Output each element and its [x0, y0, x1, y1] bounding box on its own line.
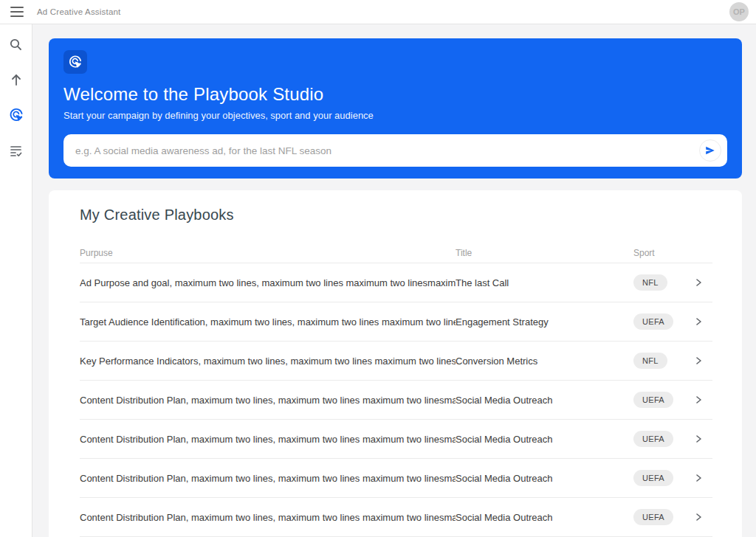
search-icon[interactable] — [4, 32, 29, 57]
welcome-banner: Welcome to the Playbook Studio Start you… — [49, 38, 742, 179]
chevron-right-icon[interactable] — [690, 353, 707, 369]
main-content: Welcome to the Playbook Studio Start you… — [32, 24, 756, 537]
campaign-prompt — [63, 134, 727, 167]
chevron-right-icon[interactable] — [690, 313, 707, 330]
chevron-right-icon[interactable] — [690, 431, 707, 447]
chevron-right-icon[interactable] — [690, 274, 707, 291]
table-row[interactable]: Content Distribution Plan, maximum two l… — [80, 420, 712, 459]
row-purpose: Ad Purpose and goal, maximum two lines, … — [80, 277, 456, 288]
row-title: Social Media Outreach — [456, 512, 633, 523]
row-title: Engagement Strategy — [456, 316, 633, 328]
row-title: The last Call — [456, 277, 633, 288]
send-button[interactable] — [699, 139, 721, 162]
sport-badge: NFL — [633, 353, 667, 369]
row-title: Social Media Outreach — [456, 395, 633, 406]
chevron-right-icon[interactable] — [690, 509, 707, 525]
table-header: Purpuse Title Sport — [80, 243, 712, 263]
playbooks-title: My Creative Playbooks — [80, 207, 712, 224]
playbooks-table: Purpuse Title Sport Ad Purpose and goal,… — [80, 243, 712, 537]
send-icon — [704, 145, 716, 156]
sport-badge: UEFA — [633, 470, 673, 486]
sport-badge: UEFA — [633, 431, 673, 447]
playbook-studio-icon[interactable] — [4, 103, 29, 128]
sport-badge: NFL — [633, 274, 667, 291]
upload-arrow-icon[interactable] — [4, 67, 29, 92]
sport-badge: UEFA — [633, 392, 673, 408]
table-row[interactable]: Content Distribution Plan, maximum two l… — [80, 381, 712, 420]
table-row[interactable]: Ad Purpose and goal, maximum two lines, … — [80, 263, 712, 302]
table-row[interactable]: Content Distribution Plan, maximum two l… — [80, 498, 712, 537]
table-row[interactable]: Target Audience Identification, maximum … — [80, 302, 712, 342]
row-purpose: Target Audience Identification, maximum … — [80, 316, 456, 328]
row-title: Social Media Outreach — [456, 473, 633, 484]
avatar[interactable]: OP — [729, 2, 749, 21]
campaign-prompt-input[interactable] — [75, 145, 699, 156]
app-title: Ad Creative Assistant — [37, 7, 729, 16]
column-header-title: Title — [456, 248, 633, 258]
playbook-rows: Ad Purpose and goal, maximum two lines, … — [80, 263, 712, 537]
summaries-icon[interactable] — [4, 138, 29, 163]
playbook-logo-icon — [63, 50, 87, 74]
chevron-right-icon[interactable] — [690, 470, 707, 486]
sidebar — [0, 24, 32, 537]
topbar: Ad Creative Assistant OP — [0, 0, 756, 24]
banner-title: Welcome to the Playbook Studio — [63, 84, 727, 105]
column-header-purpose: Purpuse — [80, 248, 456, 258]
table-row[interactable]: Content Distribution Plan, maximum two l… — [80, 459, 712, 498]
playbooks-card: My Creative Playbooks Purpuse Title Spor… — [49, 190, 742, 537]
sport-badge: UEFA — [633, 313, 673, 330]
row-purpose: Content Distribution Plan, maximum two l… — [80, 434, 456, 445]
column-header-sport: Sport — [633, 248, 682, 258]
table-row[interactable]: Key Performance Indicators, maximum two … — [80, 342, 712, 381]
row-purpose: Content Distribution Plan, maximum two l… — [80, 395, 456, 406]
hamburger-menu-icon[interactable] — [10, 7, 24, 17]
row-title: Conversion Metrics — [456, 356, 633, 367]
row-title: Social Media Outreach — [456, 434, 633, 445]
row-purpose: Content Distribution Plan, maximum two l… — [80, 512, 456, 523]
row-purpose: Content Distribution Plan, maximum two l… — [80, 473, 456, 484]
chevron-right-icon[interactable] — [690, 392, 707, 408]
sport-badge: UEFA — [633, 509, 673, 525]
row-purpose: Key Performance Indicators, maximum two … — [80, 356, 456, 367]
banner-subtitle: Start your campaign by defining your obj… — [63, 110, 727, 121]
